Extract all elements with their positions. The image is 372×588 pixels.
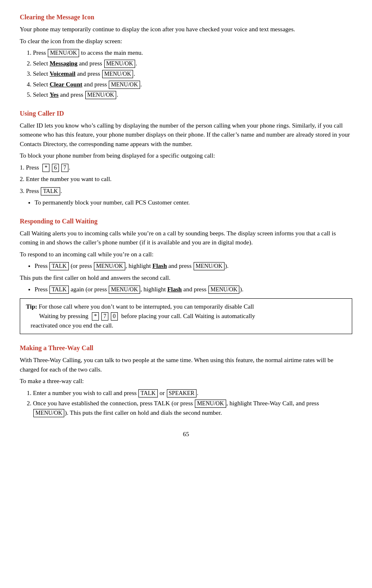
speaker-key: SPEAKER bbox=[167, 389, 197, 397]
call-waiting-title: Responding to Call Waiting bbox=[20, 216, 352, 226]
tip-zero-key: 0 bbox=[111, 312, 118, 321]
menu-ok-key-cw4: MENU/OK bbox=[208, 286, 239, 294]
page-number: 65 bbox=[20, 430, 352, 439]
flash-label-2: Flash bbox=[167, 286, 182, 293]
caller-id-step2: 2. Enter the number you want to call. bbox=[20, 174, 352, 184]
clearing-step-5: Select Yes and press MENU/OK. bbox=[33, 90, 352, 100]
clearing-sub: To clear the icon from the display scree… bbox=[20, 37, 352, 46]
caller-id-section: Using Caller ID Caller ID lets you know … bbox=[20, 109, 352, 207]
clearing-intro: Your phone may temporarily continue to d… bbox=[20, 25, 352, 34]
voicemail-label: Voicemail bbox=[49, 70, 75, 77]
menu-ok-key-tw1: MENU/OK bbox=[195, 400, 226, 408]
three-way-para1: With Three-Way Calling, you can talk to … bbox=[20, 356, 352, 374]
menu-ok-key-3: MENU/OK bbox=[102, 70, 133, 78]
seven-key: 7 bbox=[61, 164, 68, 172]
menu-ok-key-4: MENU/OK bbox=[109, 81, 140, 89]
caller-id-bullets: To permanently block your number, call P… bbox=[35, 198, 352, 207]
call-waiting-bullets: Press TALK (or press MENU/OK, highlight … bbox=[35, 261, 352, 271]
three-way-title: Making a Three-Way Call bbox=[20, 343, 352, 353]
tip-star-key: * bbox=[92, 312, 99, 321]
talk-key-caller: TALK bbox=[41, 187, 60, 195]
star-key: * bbox=[42, 164, 49, 172]
call-waiting-between: This puts the first caller on hold and a… bbox=[20, 273, 352, 283]
three-way-step2: Once you have established the connection… bbox=[33, 399, 352, 417]
caller-id-para1: Caller ID lets you know who’s calling by… bbox=[20, 121, 352, 149]
caller-id-title: Using Caller ID bbox=[20, 109, 352, 119]
call-waiting-bullets2: Press TALK again (or press MENU/OK, high… bbox=[35, 285, 352, 294]
talk-key-cw2: TALK bbox=[49, 286, 68, 294]
clearing-step-3: Select Voicemail and press MENU/OK. bbox=[33, 69, 352, 79]
menu-ok-key-2: MENU/OK bbox=[104, 60, 135, 68]
yes-label: Yes bbox=[49, 91, 58, 98]
caller-id-bullet1: To permanently block your number, call P… bbox=[35, 198, 352, 207]
menu-ok-key-tw2: MENU/OK bbox=[33, 409, 64, 417]
talk-key-cw1: TALK bbox=[49, 262, 68, 270]
clearing-step-4: Select Clear Count and press MENU/OK. bbox=[33, 80, 352, 89]
call-waiting-sub: To respond to an incoming call while you… bbox=[20, 250, 352, 259]
menu-ok-key-cw3: MENU/OK bbox=[109, 286, 140, 294]
tip-seven-key: 7 bbox=[101, 312, 108, 321]
three-way-section: Making a Three-Way Call With Three-Way C… bbox=[20, 343, 352, 417]
messaging-label: Messaging bbox=[49, 60, 77, 67]
menu-ok-key-cw2: MENU/OK bbox=[194, 262, 225, 270]
menu-ok-key-5: MENU/OK bbox=[85, 91, 116, 99]
clearing-step-2: Select Messaging and press MENU/OK. bbox=[33, 59, 352, 68]
call-waiting-section: Responding to Call Waiting Call Waiting … bbox=[20, 216, 352, 335]
three-way-steps: Enter a number you wish to call and pres… bbox=[33, 388, 352, 418]
menu-ok-key-cw1: MENU/OK bbox=[94, 262, 125, 270]
caller-id-sub: To block your phone number from being di… bbox=[20, 151, 352, 160]
three-way-sub: To make a three-way call: bbox=[20, 377, 352, 386]
clearing-step-1: Press MENU/OK to access the main menu. bbox=[33, 48, 352, 58]
menu-ok-key-1: MENU/OK bbox=[48, 49, 79, 57]
tip-box: Tip: For those call where you don’t want… bbox=[20, 298, 352, 335]
clear-count-label: Clear Count bbox=[49, 81, 82, 88]
tip-body: Waiting by pressing * 7 0 before placing… bbox=[26, 313, 255, 329]
flash-label-1: Flash bbox=[152, 263, 167, 269]
talk-key-tw1: TALK bbox=[138, 389, 157, 397]
clearing-title: Clearing the Message Icon bbox=[20, 12, 352, 22]
tip-label: Tip: For those call where you don’t want… bbox=[26, 303, 254, 310]
call-waiting-para1: Call Waiting alerts you to incoming call… bbox=[20, 229, 352, 247]
six-key: 6 bbox=[52, 164, 59, 172]
call-waiting-bullet2: Press TALK again (or press MENU/OK, high… bbox=[35, 285, 352, 294]
clearing-steps: Press MENU/OK to access the main menu. S… bbox=[33, 48, 352, 100]
three-way-step1: Enter a number you wish to call and pres… bbox=[33, 388, 352, 398]
call-waiting-bullet1: Press TALK (or press MENU/OK, highlight … bbox=[35, 261, 352, 271]
clearing-section: Clearing the Message Icon Your phone may… bbox=[20, 12, 352, 100]
caller-id-step3: 3. Press TALK. bbox=[20, 186, 352, 196]
caller-id-step1: 1. Press * 6 7. bbox=[20, 163, 352, 172]
